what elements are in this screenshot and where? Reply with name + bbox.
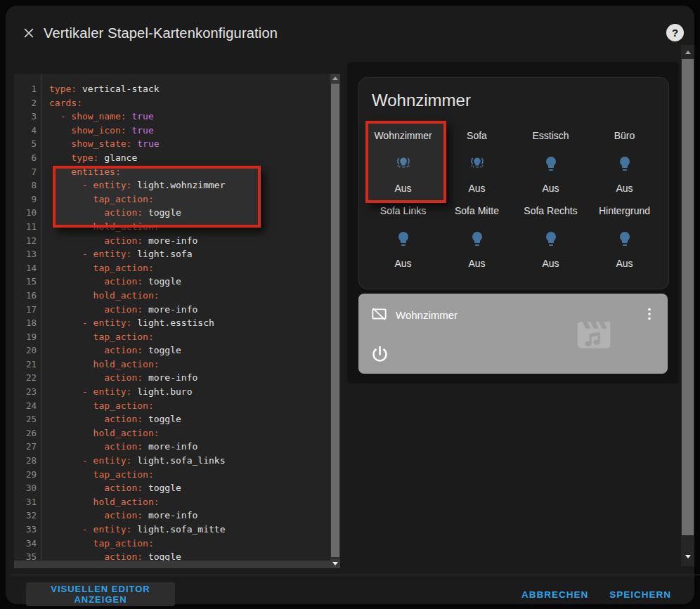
code-line: 16 hold_action: bbox=[14, 289, 330, 303]
entity-state: Aus bbox=[468, 258, 485, 272]
code-line: 14 tap_action: bbox=[14, 261, 330, 275]
entity-name: Sofa Links bbox=[380, 205, 426, 219]
yaml-code-editor[interactable]: 1type: vertical-stack2cards:3 - show_nam… bbox=[14, 74, 340, 568]
media-player-name: Wohnzimmer bbox=[396, 309, 458, 321]
code-line: 26 hold_action: bbox=[14, 426, 330, 440]
editor-scrollbar-thumb[interactable] bbox=[331, 84, 339, 557]
editor-horizontal-scrollbar[interactable] bbox=[14, 561, 330, 568]
entity-name: Sofa Mitte bbox=[455, 205, 499, 219]
lightbulb-icon[interactable] bbox=[469, 230, 486, 247]
code-line: 28 - entity: light.sofa_links bbox=[14, 454, 330, 468]
code-line: 25 action: toggle bbox=[14, 412, 330, 426]
code-line: 34 tap_action: bbox=[14, 537, 330, 551]
code-line: 20 action: toggle bbox=[14, 343, 330, 358]
code-line: 2cards: bbox=[14, 96, 330, 110]
code-line: 24 tap_action: bbox=[14, 399, 330, 413]
entity-state: Aus bbox=[394, 258, 411, 272]
code-line: 1type: vertical-stack bbox=[14, 82, 330, 96]
annotation-box-preview bbox=[365, 121, 446, 203]
dots-vertical-icon[interactable] bbox=[641, 306, 658, 322]
glance-entity[interactable]: Sofa RechtsAus bbox=[514, 205, 588, 272]
card-config-dialog-screen: Vertikaler Stapel-Kartenkonfiguration ? … bbox=[0, 0, 700, 609]
code-line: 15 action: toggle bbox=[14, 275, 330, 289]
lightbulb-icon[interactable] bbox=[543, 155, 559, 172]
glance-entity[interactable]: HintergrundAus bbox=[588, 205, 661, 272]
scroll-down-icon[interactable] bbox=[330, 559, 340, 568]
media-player-card[interactable]: Wohnzimmer bbox=[358, 294, 668, 374]
entity-state: Aus bbox=[616, 258, 633, 272]
close-icon[interactable] bbox=[22, 26, 36, 40]
help-icon[interactable]: ? bbox=[666, 24, 684, 41]
glance-card-title: Wohnzimmer bbox=[372, 91, 471, 110]
glance-row: Sofa LinksAusSofa MitteAusSofa RechtsAus… bbox=[366, 205, 661, 272]
code-line: 19 tap_action: bbox=[14, 330, 330, 344]
dialog-title: Vertikaler Stapel-Kartenkonfiguration bbox=[44, 24, 278, 42]
save-button[interactable]: SPEICHERN bbox=[609, 586, 671, 604]
entity-name: Sofa bbox=[467, 130, 487, 144]
entity-state: Aus bbox=[468, 183, 485, 197]
scroll-up-icon[interactable] bbox=[330, 74, 340, 83]
scroll-down-icon[interactable] bbox=[681, 551, 694, 562]
code-line: 3 - show_name: true bbox=[14, 110, 330, 124]
code-line: 27 action: more-info bbox=[14, 440, 330, 454]
editor-vertical-scrollbar[interactable] bbox=[330, 74, 340, 568]
glance-entity[interactable]: SofaAus bbox=[440, 130, 514, 197]
entity-name: Sofa Rechts bbox=[524, 205, 577, 219]
code-line: 21 hold_action: bbox=[14, 358, 330, 372]
code-line: 6 type: glance bbox=[14, 151, 330, 165]
annotation-box-code bbox=[53, 166, 261, 228]
entity-name: Büro bbox=[614, 130, 635, 144]
entity-name: Esstisch bbox=[532, 130, 569, 144]
code-line: 18 - entity: light.esstisch bbox=[14, 316, 330, 330]
movie-music-icon bbox=[571, 315, 617, 355]
footer-divider bbox=[11, 575, 700, 575]
code-line: 30 action: toggle bbox=[14, 481, 330, 495]
entity-name: Hintergrund bbox=[599, 205, 650, 219]
code-line: 4 show_icon: true bbox=[14, 124, 330, 138]
television-off-icon bbox=[370, 306, 388, 323]
code-line: 12 action: more-info bbox=[14, 234, 330, 248]
entity-state: Aus bbox=[616, 183, 633, 197]
glance-entity[interactable]: BüroAus bbox=[588, 130, 661, 197]
show-visual-editor-button[interactable]: VISUELLEN EDITOR ANZEIGEN bbox=[26, 582, 175, 606]
code-line: 23 - entity: light.buro bbox=[14, 385, 330, 399]
power-icon[interactable] bbox=[369, 343, 391, 365]
entity-state: Aus bbox=[542, 258, 559, 272]
code-lines: 1type: vertical-stack2cards:3 - show_nam… bbox=[14, 82, 330, 564]
footer-actions: ABBRECHEN SPEICHERN bbox=[521, 586, 671, 604]
code-line: 31 hold_action: bbox=[14, 495, 330, 509]
glance-entity[interactable]: Sofa MitteAus bbox=[440, 205, 514, 272]
code-line: 29 tap_action: bbox=[14, 468, 330, 482]
glance-entity[interactable]: EsstischAus bbox=[514, 130, 588, 197]
lightbulb-group-icon[interactable] bbox=[469, 155, 486, 172]
code-line: 17 action: more-info bbox=[14, 303, 330, 317]
lightbulb-icon[interactable] bbox=[616, 155, 633, 172]
main-scrollbar-thumb[interactable] bbox=[682, 59, 694, 535]
lightbulb-icon[interactable] bbox=[543, 230, 559, 247]
entity-state: Aus bbox=[542, 183, 559, 197]
code-line: 32 action: more-info bbox=[14, 509, 330, 523]
code-line: 5 show_state: true bbox=[14, 137, 330, 151]
glance-entity[interactable]: Sofa LinksAus bbox=[366, 205, 440, 272]
code-line: 22 action: more-info bbox=[14, 371, 330, 385]
dialog: Vertikaler Stapel-Kartenkonfiguration ? … bbox=[6, 6, 694, 604]
cancel-button[interactable]: ABBRECHEN bbox=[521, 586, 588, 604]
code-line: 13 - entity: light.sofa bbox=[14, 247, 330, 261]
code-line: 33 - entity: light.sofa_mitte bbox=[14, 523, 330, 537]
scroll-up-icon[interactable] bbox=[681, 46, 694, 58]
main-scrollbar[interactable] bbox=[681, 45, 694, 566]
lightbulb-icon[interactable] bbox=[395, 230, 412, 247]
card-preview-panel: Wohnzimmer WohnzimmerAusSofaAusEsstischA… bbox=[347, 62, 679, 384]
lightbulb-icon[interactable] bbox=[616, 230, 633, 247]
